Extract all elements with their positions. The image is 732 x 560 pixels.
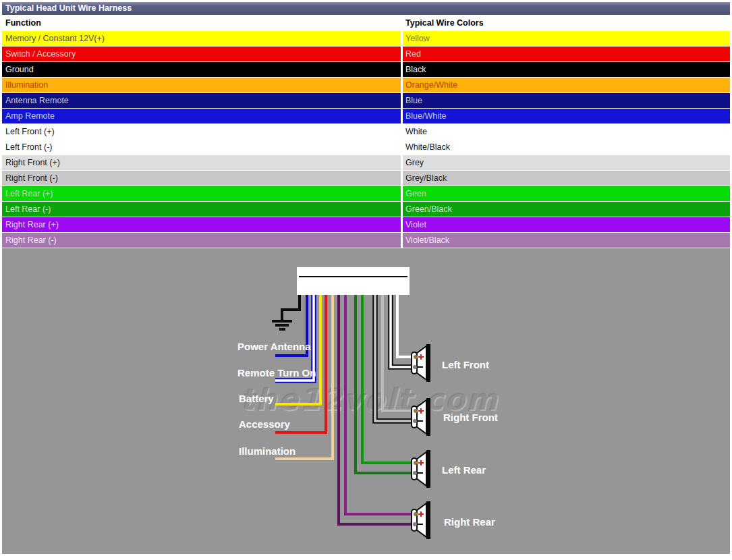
speaker-icon	[412, 450, 430, 488]
wire-color-cell: Black	[403, 62, 730, 77]
label-illumination: Illumination	[239, 445, 295, 457]
table-row: Antenna RemoteBlue	[2, 93, 730, 108]
wiring-diagram: the12volt.com the12volt.com	[2, 248, 730, 554]
function-cell: Amp Remote	[2, 109, 401, 123]
speaker-left-rear: Left Rear	[412, 450, 486, 488]
wire-color-cell: White/Black	[403, 140, 730, 155]
function-cell: Left Rear (+)	[2, 186, 401, 201]
function-cell: Right Rear (-)	[2, 233, 401, 248]
wire-color-cell: White	[403, 124, 730, 139]
function-cell: Illumination	[2, 78, 401, 92]
function-cell: Memory / Constant 12V(+)	[2, 31, 401, 46]
wire-color-cell: Geen	[403, 186, 730, 201]
speaker-label: Right Rear	[444, 516, 495, 528]
wire-color-cell: Green/Black	[403, 202, 730, 217]
table-row: Left Front (+)White	[2, 124, 730, 139]
wire-color-cell: Orange/White	[403, 78, 730, 92]
table-row: Left Rear (+)Geen	[2, 186, 730, 201]
ground-icon	[272, 321, 292, 329]
table-header-row: Function Typical Wire Colors	[2, 15, 730, 31]
head-unit	[297, 267, 410, 295]
function-cell: Switch / Accessory	[2, 47, 401, 61]
label-accessory: Accessory	[239, 418, 291, 430]
ground-wire	[282, 295, 300, 320]
wire-color-cell: Grey	[403, 155, 730, 170]
wire-color-cell: Yellow	[403, 31, 730, 46]
function-cell: Left Front (-)	[2, 140, 401, 155]
function-cell: Left Rear (-)	[2, 202, 401, 217]
table-row: Switch / AccessoryRed	[2, 47, 730, 61]
function-cell: Ground	[2, 62, 401, 77]
speaker-label: Left Rear	[442, 464, 486, 476]
speaker-label: Left Front	[442, 359, 489, 370]
wire-color-cell: Red	[403, 47, 730, 61]
speaker-left-front: Left Front	[412, 344, 489, 382]
function-cell: Right Front (-)	[2, 171, 401, 186]
wire-color-cell: Blue/White	[403, 109, 730, 123]
wire-left-rear-pos	[362, 295, 413, 463]
speaker-right-rear: Right Rear	[412, 501, 495, 539]
wire-color-cell: Violet/Black	[403, 233, 730, 248]
table-row: Left Front (-)White/Black	[2, 140, 730, 155]
label-remote-turn-on: Remote Turn On	[237, 367, 316, 379]
function-cell: Right Front (+)	[2, 155, 401, 170]
table-row: Right Rear (+)Violet	[2, 217, 730, 232]
function-cell: Right Rear (+)	[2, 217, 401, 232]
function-cell: Antenna Remote	[2, 93, 401, 108]
function-cell: Left Front (+)	[2, 124, 401, 139]
table-row: IlluminationOrange/White	[2, 78, 730, 92]
table-row: Right Rear (-)Violet/Black	[2, 233, 730, 248]
column-header-wire-colors: Typical Wire Colors	[403, 15, 730, 31]
label-power-antenna: Power Antenna	[237, 341, 311, 352]
wire-color-cell: Grey/Black	[403, 171, 730, 186]
speaker-icon	[412, 344, 430, 382]
table-row: Right Front (+)Grey	[2, 155, 730, 170]
speaker-label: Right Front	[443, 412, 498, 423]
table-row: GroundBlack	[2, 62, 730, 77]
table-row: Left Rear (-)Green/Black	[2, 202, 730, 217]
table-row: Amp RemoteBlue/White	[2, 109, 730, 123]
page-title: Typical Head Unit Wire Harness	[5, 3, 132, 13]
column-header-function: Function	[2, 15, 403, 31]
title-bar: Typical Head Unit Wire Harness	[2, 2, 730, 15]
wire-left-front-pos	[397, 295, 413, 357]
wire-color-cell: Violet	[403, 217, 730, 232]
wire-color-cell: Blue	[403, 93, 730, 108]
speaker-icon	[412, 501, 430, 539]
page: Typical Head Unit Wire Harness Function …	[2, 2, 730, 554]
table-row: Right Front (-)Grey/Black	[2, 171, 730, 186]
table-row: Memory / Constant 12V(+)Yellow	[2, 31, 730, 46]
wire-color-table: Memory / Constant 12V(+)YellowSwitch / A…	[2, 31, 730, 248]
label-battery: Battery	[239, 393, 274, 404]
